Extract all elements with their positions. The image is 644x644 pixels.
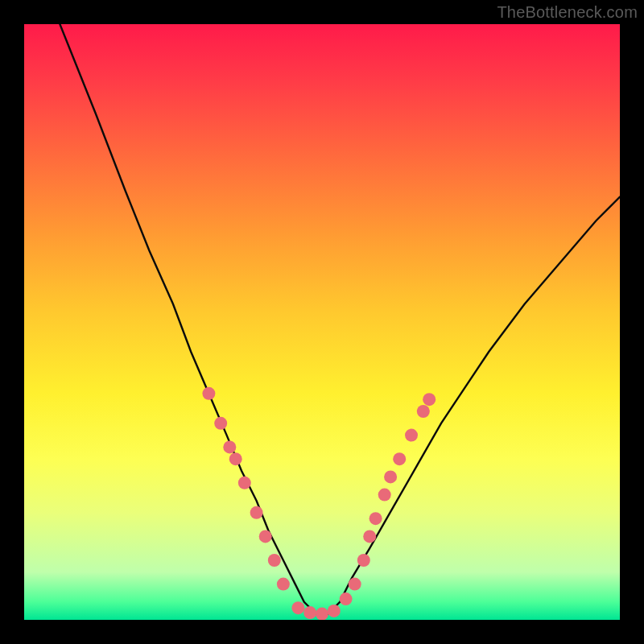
data-marker xyxy=(363,530,376,543)
data-marker xyxy=(393,452,406,465)
data-marker xyxy=(202,387,215,400)
data-marker xyxy=(259,530,272,543)
data-marker xyxy=(214,417,227,430)
data-marker xyxy=(303,606,316,619)
attribution-text: TheBottleneck.com xyxy=(497,3,638,22)
data-marker xyxy=(268,554,281,567)
data-marker xyxy=(291,601,304,614)
data-marker xyxy=(384,470,397,483)
data-marker xyxy=(357,554,370,567)
data-marker xyxy=(328,605,341,617)
marker-group xyxy=(202,387,436,620)
data-marker xyxy=(378,489,391,502)
chart-frame: TheBottleneck.com xyxy=(0,0,644,644)
bottleneck-curve xyxy=(24,24,620,614)
data-marker xyxy=(417,405,430,418)
data-marker xyxy=(223,440,236,453)
data-marker xyxy=(423,393,436,406)
data-marker xyxy=(405,429,418,442)
chart-svg xyxy=(24,24,620,620)
data-marker xyxy=(340,592,353,605)
data-marker xyxy=(229,452,242,465)
data-marker xyxy=(250,506,263,519)
data-marker xyxy=(316,608,328,620)
data-marker xyxy=(369,512,382,525)
data-marker xyxy=(238,477,251,489)
data-marker xyxy=(349,578,361,591)
data-marker xyxy=(277,578,290,591)
plot-area xyxy=(24,24,620,620)
